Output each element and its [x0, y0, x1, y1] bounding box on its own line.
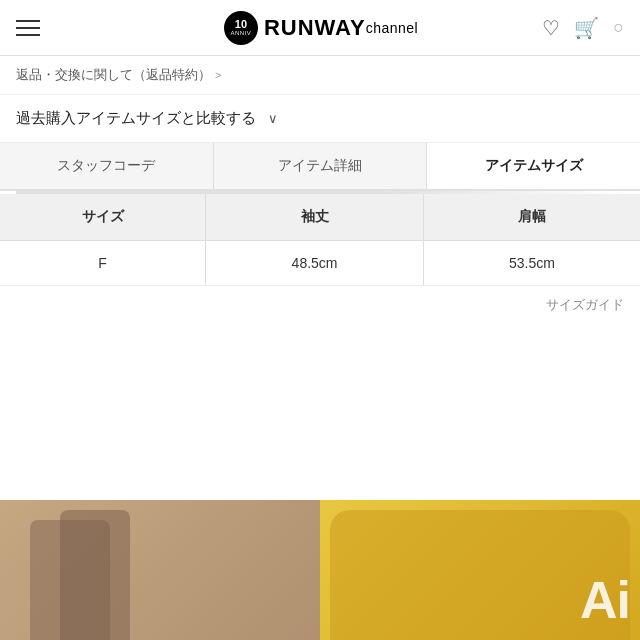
- logo-area: 10 ANNIV RUNWAY channel: [224, 11, 418, 45]
- anniv-circle: 10 ANNIV: [224, 11, 258, 45]
- table-cell-shoulder: 53.5cm: [424, 241, 641, 286]
- bottom-image-area: Ai: [0, 500, 640, 640]
- size-guide-label[interactable]: サイズガイド: [546, 297, 624, 312]
- table-header-row: サイズ 袖丈 肩幅: [0, 194, 640, 241]
- bottom-right-image: Ai: [320, 500, 640, 640]
- hamburger-menu-icon[interactable]: [16, 20, 40, 36]
- table-cell-size: F: [0, 241, 206, 286]
- tab-staff-coord[interactable]: スタッフコーデ: [0, 143, 214, 189]
- tab-item-size[interactable]: アイテムサイズ: [427, 143, 640, 191]
- header-right: ♡ 🛒 ○: [542, 16, 624, 40]
- tab-item-detail[interactable]: アイテム詳細: [214, 143, 428, 189]
- compare-label: 過去購入アイテムサイズと比較する: [16, 109, 256, 128]
- size-table: サイズ 袖丈 肩幅 F 48.5cm 53.5cm: [0, 194, 640, 286]
- more-icon[interactable]: ○: [613, 17, 624, 38]
- cart-icon[interactable]: 🛒: [574, 16, 599, 40]
- compare-section[interactable]: 過去購入アイテムサイズと比較する ∨: [0, 95, 640, 143]
- table-header-shoulder: 肩幅: [424, 194, 641, 241]
- table-header-size: サイズ: [0, 194, 206, 241]
- header-left: [16, 20, 40, 36]
- size-guide-row: サイズガイド: [0, 286, 640, 324]
- size-table-wrapper: サイズ 袖丈 肩幅 F 48.5cm 53.5cm: [0, 194, 640, 286]
- breadcrumb-arrow: >: [215, 69, 221, 81]
- ai-text-overlay: Ai: [580, 570, 630, 630]
- compare-chevron-icon: ∨: [268, 111, 278, 126]
- table-row: F 48.5cm 53.5cm: [0, 241, 640, 286]
- tabs-container: スタッフコーデ アイテム詳細 アイテムサイズ: [0, 143, 640, 191]
- table-header-sleeve: 袖丈: [206, 194, 424, 241]
- anniv-label: ANNIV: [230, 30, 251, 36]
- anniv-badge: 10 ANNIV: [224, 11, 258, 45]
- wishlist-icon[interactable]: ♡: [542, 16, 560, 40]
- channel-label: channel: [366, 20, 419, 36]
- bottom-left-image: [0, 500, 320, 640]
- runway-label: RUNWAY: [264, 15, 366, 41]
- table-cell-sleeve: 48.5cm: [206, 241, 424, 286]
- anniv-number: 10: [235, 19, 247, 30]
- breadcrumb-text[interactable]: 返品・交換に関して（返品特約）: [16, 66, 211, 84]
- header: 10 ANNIV RUNWAY channel ♡ 🛒 ○: [0, 0, 640, 56]
- breadcrumb: 返品・交換に関して（返品特約） >: [0, 56, 640, 95]
